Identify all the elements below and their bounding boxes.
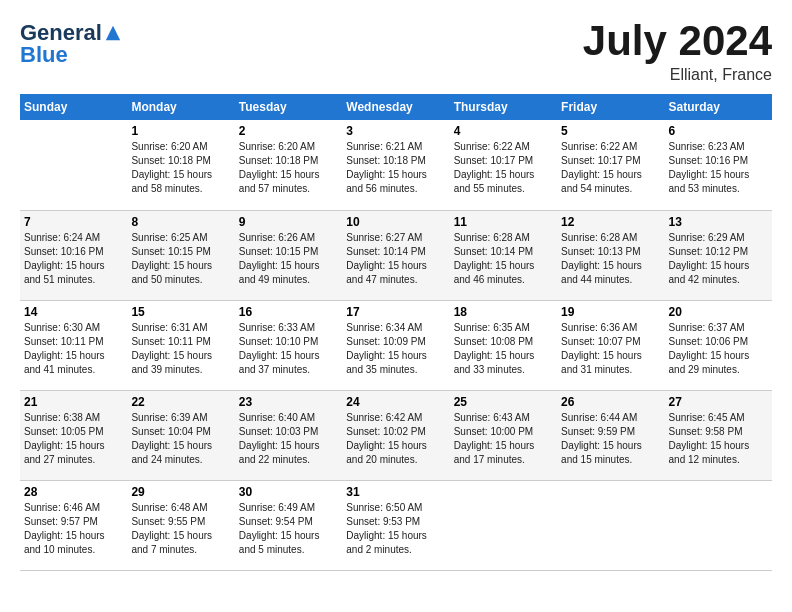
- col-tuesday: Tuesday: [235, 94, 342, 120]
- calendar-cell: 26 Sunrise: 6:44 AM Sunset: 9:59 PM Dayl…: [557, 390, 664, 480]
- sunset-text: Sunset: 10:15 PM: [131, 246, 211, 257]
- sunrise-text: Sunrise: 6:48 AM: [131, 502, 207, 513]
- calendar-cell: 16 Sunrise: 6:33 AM Sunset: 10:10 PM Day…: [235, 300, 342, 390]
- sunrise-text: Sunrise: 6:36 AM: [561, 322, 637, 333]
- day-number: 7: [24, 215, 123, 229]
- daylight-text: Daylight: 15 hours and 31 minutes.: [561, 350, 642, 375]
- daylight-text: Daylight: 15 hours and 58 minutes.: [131, 169, 212, 194]
- day-number: 11: [454, 215, 553, 229]
- calendar-cell: 21 Sunrise: 6:38 AM Sunset: 10:05 PM Day…: [20, 390, 127, 480]
- calendar-cell: 8 Sunrise: 6:25 AM Sunset: 10:15 PM Dayl…: [127, 210, 234, 300]
- day-number: 29: [131, 485, 230, 499]
- day-info: Sunrise: 6:29 AM Sunset: 10:12 PM Daylig…: [669, 231, 768, 287]
- day-info: Sunrise: 6:21 AM Sunset: 10:18 PM Daylig…: [346, 140, 445, 196]
- sunset-text: Sunset: 10:11 PM: [24, 336, 104, 347]
- sunset-text: Sunset: 10:16 PM: [669, 155, 749, 166]
- sunrise-text: Sunrise: 6:22 AM: [561, 141, 637, 152]
- calendar-cell: 11 Sunrise: 6:28 AM Sunset: 10:14 PM Day…: [450, 210, 557, 300]
- day-number: 21: [24, 395, 123, 409]
- calendar-cell: 15 Sunrise: 6:31 AM Sunset: 10:11 PM Day…: [127, 300, 234, 390]
- sunrise-text: Sunrise: 6:39 AM: [131, 412, 207, 423]
- sunrise-text: Sunrise: 6:30 AM: [24, 322, 100, 333]
- calendar-week-row: 28 Sunrise: 6:46 AM Sunset: 9:57 PM Dayl…: [20, 480, 772, 570]
- calendar-cell: 5 Sunrise: 6:22 AM Sunset: 10:17 PM Dayl…: [557, 120, 664, 210]
- sunset-text: Sunset: 10:02 PM: [346, 426, 426, 437]
- daylight-text: Daylight: 15 hours and 44 minutes.: [561, 260, 642, 285]
- day-number: 16: [239, 305, 338, 319]
- day-info: Sunrise: 6:34 AM Sunset: 10:09 PM Daylig…: [346, 321, 445, 377]
- day-number: 13: [669, 215, 768, 229]
- day-number: 27: [669, 395, 768, 409]
- day-number: 8: [131, 215, 230, 229]
- day-number: 23: [239, 395, 338, 409]
- calendar-cell: 4 Sunrise: 6:22 AM Sunset: 10:17 PM Dayl…: [450, 120, 557, 210]
- daylight-text: Daylight: 15 hours and 2 minutes.: [346, 530, 427, 555]
- logo-blue-text: Blue: [20, 42, 68, 67]
- sunrise-text: Sunrise: 6:44 AM: [561, 412, 637, 423]
- location-subtitle: Elliant, France: [583, 66, 772, 84]
- daylight-text: Daylight: 15 hours and 47 minutes.: [346, 260, 427, 285]
- title-block: July 2024 Elliant, France: [583, 20, 772, 84]
- sunset-text: Sunset: 10:00 PM: [454, 426, 534, 437]
- daylight-text: Daylight: 15 hours and 39 minutes.: [131, 350, 212, 375]
- calendar-cell: 14 Sunrise: 6:30 AM Sunset: 10:11 PM Day…: [20, 300, 127, 390]
- sunrise-text: Sunrise: 6:46 AM: [24, 502, 100, 513]
- sunrise-text: Sunrise: 6:43 AM: [454, 412, 530, 423]
- calendar-cell: [450, 480, 557, 570]
- sunset-text: Sunset: 10:18 PM: [346, 155, 426, 166]
- sunset-text: Sunset: 10:07 PM: [561, 336, 641, 347]
- calendar-cell: 25 Sunrise: 6:43 AM Sunset: 10:00 PM Day…: [450, 390, 557, 480]
- day-info: Sunrise: 6:44 AM Sunset: 9:59 PM Dayligh…: [561, 411, 660, 467]
- sunrise-text: Sunrise: 6:26 AM: [239, 232, 315, 243]
- sunset-text: Sunset: 9:55 PM: [131, 516, 205, 527]
- sunrise-text: Sunrise: 6:34 AM: [346, 322, 422, 333]
- calendar-cell: 19 Sunrise: 6:36 AM Sunset: 10:07 PM Day…: [557, 300, 664, 390]
- day-info: Sunrise: 6:20 AM Sunset: 10:18 PM Daylig…: [239, 140, 338, 196]
- calendar-cell: 10 Sunrise: 6:27 AM Sunset: 10:14 PM Day…: [342, 210, 449, 300]
- sunset-text: Sunset: 10:18 PM: [131, 155, 211, 166]
- sunrise-text: Sunrise: 6:49 AM: [239, 502, 315, 513]
- daylight-text: Daylight: 15 hours and 17 minutes.: [454, 440, 535, 465]
- day-info: Sunrise: 6:42 AM Sunset: 10:02 PM Daylig…: [346, 411, 445, 467]
- daylight-text: Daylight: 15 hours and 7 minutes.: [131, 530, 212, 555]
- calendar-body: 1 Sunrise: 6:20 AM Sunset: 10:18 PM Dayl…: [20, 120, 772, 570]
- calendar-week-row: 21 Sunrise: 6:38 AM Sunset: 10:05 PM Day…: [20, 390, 772, 480]
- sunrise-text: Sunrise: 6:45 AM: [669, 412, 745, 423]
- day-number: 15: [131, 305, 230, 319]
- day-info: Sunrise: 6:22 AM Sunset: 10:17 PM Daylig…: [454, 140, 553, 196]
- sunset-text: Sunset: 10:03 PM: [239, 426, 319, 437]
- day-number: 6: [669, 124, 768, 138]
- daylight-text: Daylight: 15 hours and 27 minutes.: [24, 440, 105, 465]
- calendar-cell: [20, 120, 127, 210]
- calendar-header: Sunday Monday Tuesday Wednesday Thursday…: [20, 94, 772, 120]
- sunset-text: Sunset: 9:53 PM: [346, 516, 420, 527]
- calendar-cell: 13 Sunrise: 6:29 AM Sunset: 10:12 PM Day…: [665, 210, 772, 300]
- calendar-cell: 29 Sunrise: 6:48 AM Sunset: 9:55 PM Dayl…: [127, 480, 234, 570]
- calendar-cell: 6 Sunrise: 6:23 AM Sunset: 10:16 PM Dayl…: [665, 120, 772, 210]
- day-number: 10: [346, 215, 445, 229]
- calendar-cell: 9 Sunrise: 6:26 AM Sunset: 10:15 PM Dayl…: [235, 210, 342, 300]
- sunset-text: Sunset: 10:18 PM: [239, 155, 319, 166]
- sunrise-text: Sunrise: 6:50 AM: [346, 502, 422, 513]
- sunrise-text: Sunrise: 6:42 AM: [346, 412, 422, 423]
- sunrise-text: Sunrise: 6:20 AM: [131, 141, 207, 152]
- day-info: Sunrise: 6:24 AM Sunset: 10:16 PM Daylig…: [24, 231, 123, 287]
- day-info: Sunrise: 6:22 AM Sunset: 10:17 PM Daylig…: [561, 140, 660, 196]
- sunset-text: Sunset: 10:12 PM: [669, 246, 749, 257]
- sunset-text: Sunset: 10:09 PM: [346, 336, 426, 347]
- sunset-text: Sunset: 10:10 PM: [239, 336, 319, 347]
- day-info: Sunrise: 6:26 AM Sunset: 10:15 PM Daylig…: [239, 231, 338, 287]
- daylight-text: Daylight: 15 hours and 20 minutes.: [346, 440, 427, 465]
- sunset-text: Sunset: 10:17 PM: [454, 155, 534, 166]
- col-monday: Monday: [127, 94, 234, 120]
- calendar-table: Sunday Monday Tuesday Wednesday Thursday…: [20, 94, 772, 571]
- daylight-text: Daylight: 15 hours and 51 minutes.: [24, 260, 105, 285]
- sunrise-text: Sunrise: 6:29 AM: [669, 232, 745, 243]
- sunset-text: Sunset: 10:16 PM: [24, 246, 104, 257]
- sunrise-text: Sunrise: 6:38 AM: [24, 412, 100, 423]
- day-info: Sunrise: 6:48 AM Sunset: 9:55 PM Dayligh…: [131, 501, 230, 557]
- daylight-text: Daylight: 15 hours and 53 minutes.: [669, 169, 750, 194]
- col-saturday: Saturday: [665, 94, 772, 120]
- day-info: Sunrise: 6:45 AM Sunset: 9:58 PM Dayligh…: [669, 411, 768, 467]
- sunset-text: Sunset: 10:14 PM: [454, 246, 534, 257]
